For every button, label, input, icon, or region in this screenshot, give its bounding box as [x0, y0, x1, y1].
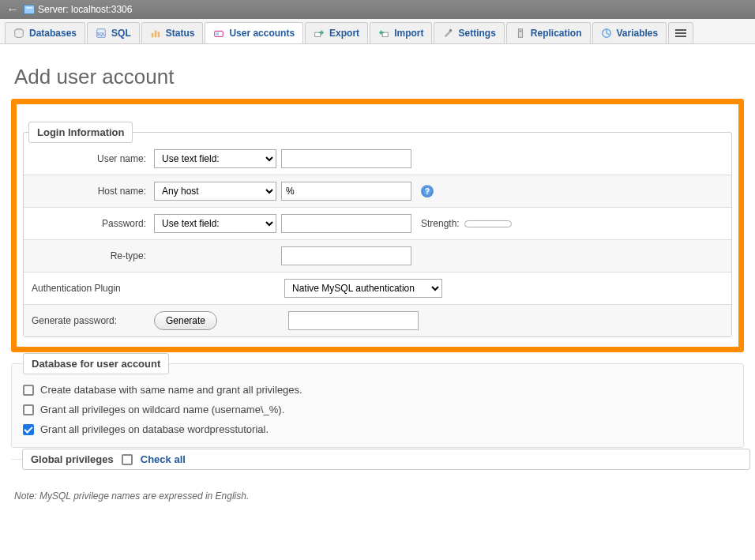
tab-label: Replication — [531, 28, 582, 39]
svg-point-10 — [449, 29, 453, 32]
row-retype: Re-type: — [24, 240, 731, 272]
row-password: Password: Use text field: Strength: — [24, 208, 731, 240]
strength-bar — [464, 220, 512, 227]
host-name-input[interactable] — [281, 182, 411, 201]
tab-label: SQL — [111, 28, 131, 39]
tab-variables[interactable]: Variables — [592, 22, 667, 43]
server-bar: ← Server: localhost:3306 — [0, 0, 755, 19]
generate-input[interactable] — [288, 311, 419, 330]
user-name-label: User name: — [32, 153, 154, 164]
checkbox-icon[interactable] — [23, 424, 34, 435]
tab-sql[interactable]: SQL SQL — [87, 22, 140, 43]
auth-label: Authentication Plugin — [32, 283, 284, 294]
svg-rect-3 — [151, 33, 153, 37]
password-input[interactable] — [281, 214, 411, 233]
status-icon — [150, 28, 161, 39]
tab-label: Export — [329, 28, 359, 39]
tab-import[interactable]: Import — [370, 22, 432, 43]
row-host-name: Host name: Any host ? — [24, 175, 731, 208]
priv-legend: Global privileges Check all — [22, 449, 750, 470]
checkbox-icon[interactable] — [23, 385, 34, 396]
priv-section: Global privileges Check all Note: MySQL … — [11, 459, 744, 517]
tab-replication[interactable]: Replication — [506, 22, 591, 43]
tab-settings[interactable]: Settings — [434, 22, 504, 43]
db-option-1[interactable]: Grant all privileges on wildcard name (u… — [20, 400, 735, 419]
svg-rect-5 — [157, 32, 160, 37]
db-option-2[interactable]: Grant all privileges on database wordpre… — [20, 419, 735, 439]
export-icon — [314, 28, 325, 39]
auth-select[interactable]: Native MySQL authentication — [284, 279, 442, 298]
tab-export[interactable]: Export — [305, 22, 368, 43]
db-option-0[interactable]: Create database with same name and grant… — [20, 380, 735, 400]
row-generate: Generate password: Generate — [24, 305, 731, 336]
host-name-select[interactable]: Any host — [154, 182, 276, 201]
sql-icon: SQL — [96, 28, 107, 39]
row-auth: Authentication Plugin Native MySQL authe… — [24, 272, 731, 305]
tab-more[interactable] — [668, 22, 693, 43]
login-info-legend: Login Information — [28, 122, 133, 143]
note: Note: MySQL privilege names are expresse… — [11, 481, 744, 511]
db-option-label: Create database with same name and grant… — [40, 384, 302, 396]
page-title: Add user account — [11, 51, 744, 99]
svg-rect-11 — [518, 29, 522, 38]
tab-status[interactable]: Status — [141, 22, 204, 43]
settings-icon — [442, 28, 453, 39]
strength-label: Strength: — [421, 218, 460, 229]
priv-legend-label: Global privileges — [31, 453, 114, 465]
replication-icon — [515, 28, 526, 39]
strength-wrap: Strength: — [421, 218, 512, 229]
retype-label: Re-type: — [32, 250, 154, 261]
row-user-name: User name: Use text field: — [24, 143, 731, 175]
tab-label: Settings — [458, 28, 495, 39]
tabbar: Databases SQL SQL Status User accounts E… — [0, 19, 755, 44]
checkbox-icon[interactable] — [23, 404, 34, 415]
content: Add user account Login Information User … — [0, 44, 755, 549]
generate-label: Generate password: — [32, 315, 154, 326]
user-name-input[interactable] — [281, 149, 411, 168]
hamburger-icon — [675, 28, 686, 39]
server-label: Server: localhost:3306 — [38, 4, 132, 15]
tab-label: Status — [166, 28, 195, 39]
tab-user-accounts[interactable]: User accounts — [205, 22, 303, 43]
db-option-label: Grant all privileges on database wordpre… — [40, 423, 269, 435]
password-select[interactable]: Use text field: — [154, 214, 276, 233]
login-info-fieldset: Login Information User name: Use text fi… — [23, 122, 732, 337]
retype-input[interactable] — [281, 246, 411, 265]
databases-icon — [13, 28, 24, 39]
svg-rect-12 — [520, 31, 522, 32]
password-label: Password: — [32, 218, 154, 229]
help-icon[interactable]: ? — [421, 185, 434, 197]
db-section-legend: Database for user account — [23, 353, 169, 374]
back-arrow[interactable]: ← — [6, 2, 19, 17]
tab-label: User accounts — [229, 28, 295, 39]
user-name-select[interactable]: Use text field: — [154, 149, 276, 168]
tab-databases[interactable]: Databases — [5, 22, 85, 43]
host-name-label: Host name: — [32, 186, 154, 197]
server-icon — [24, 5, 35, 14]
login-info-highlight: Login Information User name: Use text fi… — [11, 99, 744, 352]
tab-label: Databases — [29, 28, 77, 39]
generate-button[interactable]: Generate — [154, 311, 217, 330]
svg-rect-7 — [216, 32, 220, 36]
variables-icon — [601, 28, 612, 39]
check-all-checkbox[interactable] — [122, 454, 133, 465]
svg-rect-4 — [154, 31, 156, 38]
check-all-link[interactable]: Check all — [141, 453, 186, 465]
import-icon — [378, 28, 389, 39]
user-accounts-icon — [213, 28, 224, 39]
tab-label: Variables — [617, 28, 659, 39]
svg-text:SQL: SQL — [97, 32, 107, 36]
tab-label: Import — [394, 28, 423, 39]
db-option-label: Grant all privileges on wildcard name (u… — [40, 404, 284, 415]
db-section: Database for user account Create databas… — [11, 363, 744, 448]
